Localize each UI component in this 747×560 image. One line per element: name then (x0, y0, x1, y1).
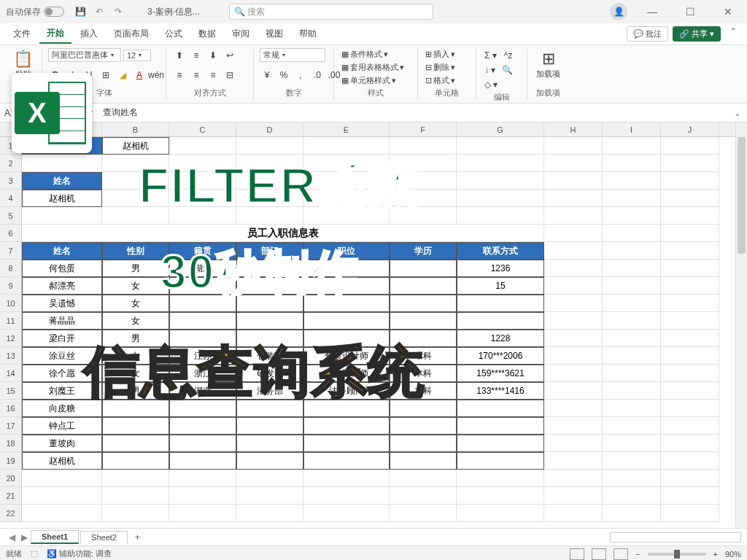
column-header[interactable]: I (603, 122, 661, 136)
cell[interactable]: 女 (102, 365, 169, 382)
row-header[interactable]: 18 (0, 435, 21, 452)
cell[interactable] (236, 505, 303, 522)
cell[interactable]: 本科 (390, 365, 457, 382)
cell[interactable] (390, 487, 457, 505)
cell[interactable] (544, 277, 603, 295)
cell[interactable] (169, 155, 236, 172)
zoom-out-button[interactable]: − (635, 550, 640, 559)
cell[interactable] (169, 452, 236, 470)
cell[interactable] (22, 207, 102, 225)
row-header[interactable]: 20 (0, 470, 21, 487)
cell[interactable] (661, 277, 719, 295)
cell[interactable]: 本科 (390, 347, 457, 365)
cell[interactable] (457, 155, 544, 172)
cell[interactable] (544, 155, 603, 172)
tab-review[interactable]: 审阅 (225, 25, 257, 43)
cell[interactable] (661, 330, 719, 347)
cell[interactable] (22, 470, 102, 487)
tab-view[interactable]: 视图 (258, 25, 290, 43)
cell[interactable] (303, 137, 390, 155)
cell[interactable]: 法务部 (236, 382, 303, 400)
cell[interactable] (22, 487, 102, 505)
cell[interactable] (102, 417, 169, 435)
column-header[interactable]: B (102, 122, 169, 136)
cell[interactable] (236, 277, 303, 295)
cell[interactable] (661, 435, 719, 452)
cell[interactable] (303, 190, 390, 207)
sort-filter-button[interactable]: ᴬᴢ (501, 48, 516, 63)
row-header[interactable]: 4 (0, 190, 21, 207)
cell[interactable] (544, 312, 603, 330)
cell[interactable]: 姓名 (22, 172, 102, 190)
comments-button[interactable]: 💬 批注 (627, 26, 668, 42)
cell[interactable]: 联系方式 (457, 242, 544, 260)
cell[interactable]: 董坡肉 (22, 435, 102, 452)
cell[interactable]: 赵相机 (22, 190, 102, 207)
cell[interactable]: 员工入职信息表 (22, 225, 544, 242)
cell[interactable] (102, 505, 169, 522)
cell[interactable] (603, 225, 661, 242)
row-header[interactable]: 7 (0, 242, 21, 260)
tab-layout[interactable]: 页面布局 (107, 25, 156, 43)
cell[interactable] (603, 190, 661, 207)
cell[interactable]: 本科 (390, 382, 457, 400)
cell[interactable] (102, 400, 169, 417)
cell[interactable] (457, 295, 544, 312)
cell[interactable] (390, 172, 457, 190)
row-header[interactable]: 11 (0, 312, 21, 330)
share-button[interactable]: 🔗 共享 ▾ (673, 26, 721, 42)
cell[interactable]: 刘魔王 (22, 382, 102, 400)
cell[interactable] (169, 190, 236, 207)
cell[interactable] (102, 487, 169, 505)
cell[interactable]: 包装设计师 (303, 347, 390, 365)
zoom-in-button[interactable]: + (713, 550, 718, 559)
row-header[interactable]: 21 (0, 487, 21, 505)
undo-icon[interactable]: ↶ (92, 4, 107, 19)
tab-formulas[interactable]: 公式 (158, 25, 190, 43)
cell[interactable] (661, 172, 719, 190)
cell[interactable] (603, 312, 661, 330)
cell[interactable] (169, 487, 236, 505)
row-header[interactable]: 16 (0, 400, 21, 417)
cell[interactable] (661, 505, 719, 522)
cell[interactable]: 郝漂亮 (22, 277, 102, 295)
cell[interactable]: 女 (102, 277, 169, 295)
cell[interactable]: 湖南 (169, 382, 236, 400)
number-format-dropdown[interactable]: 常规▾ (260, 48, 325, 62)
column-header[interactable]: F (390, 122, 457, 136)
cell[interactable] (169, 417, 236, 435)
cell[interactable] (603, 417, 661, 435)
tab-data[interactable]: 数据 (191, 25, 223, 43)
cell[interactable] (457, 435, 544, 452)
cell[interactable] (457, 505, 544, 522)
sheet-nav-prev-icon[interactable]: ◀ (6, 532, 18, 542)
cell[interactable] (603, 295, 661, 312)
normal-view-icon[interactable] (570, 548, 584, 560)
cell[interactable] (544, 190, 603, 207)
conditional-format-button[interactable]: ▦ 条件格式 ▾ (340, 48, 411, 61)
cell[interactable]: 徐个愿 (22, 365, 102, 382)
search-box[interactable]: 🔍 搜索 (229, 4, 433, 20)
cell[interactable]: 职位 (303, 242, 390, 260)
cell[interactable] (169, 330, 236, 347)
row-header[interactable]: 12 (0, 330, 21, 347)
page-layout-view-icon[interactable] (592, 548, 606, 560)
align-left-icon[interactable]: ≡ (172, 68, 187, 82)
cell[interactable] (303, 207, 390, 225)
cell[interactable] (661, 260, 719, 277)
delete-cells-button[interactable]: ⊟ 删除 ▾ (424, 61, 470, 74)
redo-icon[interactable]: ↷ (111, 4, 125, 19)
cell[interactable] (661, 452, 719, 470)
find-button[interactable]: 🔍 (500, 63, 515, 77)
macro-record-icon[interactable]: ⬚ (31, 549, 38, 559)
cell[interactable] (236, 295, 303, 312)
cell[interactable] (236, 172, 303, 190)
minimize-icon[interactable]: — (639, 6, 665, 18)
align-center-icon[interactable]: ≡ (189, 68, 204, 82)
tab-insert[interactable]: 插入 (73, 25, 105, 43)
cell[interactable]: 何包蛋 (22, 260, 102, 277)
tab-home[interactable]: 开始 (39, 24, 71, 44)
cell[interactable] (169, 312, 236, 330)
cell[interactable] (236, 312, 303, 330)
cell[interactable] (661, 155, 719, 172)
